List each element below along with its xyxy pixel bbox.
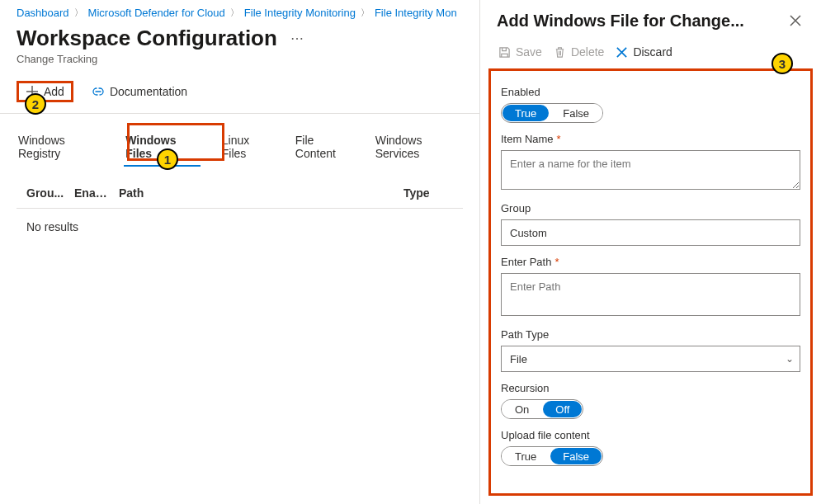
recursion-off[interactable]: Off (543, 401, 582, 417)
discard-button[interactable]: Discard (616, 45, 672, 59)
col-path[interactable]: Path (119, 186, 395, 200)
tab-file-content[interactable]: File Content (294, 129, 354, 168)
path-type-select[interactable] (501, 346, 800, 372)
command-bar: Add Documentation (17, 80, 463, 103)
label-upload-file: Upload file content (501, 429, 800, 441)
group-input[interactable] (501, 219, 800, 246)
save-label: Save (516, 45, 542, 59)
tab-windows-registry[interactable]: Windows Registry (17, 129, 104, 168)
panel-toolbar: Save Delete Discard (480, 37, 821, 68)
tab-linux-files[interactable]: Linux Files (220, 129, 274, 168)
side-panel: Add Windows File for Change... Save Dele… (479, 0, 821, 504)
discard-icon (616, 46, 628, 59)
breadcrumb-item[interactable]: Dashboard (17, 7, 69, 19)
enabled-false[interactable]: False (550, 104, 602, 122)
panel-title: Add Windows File for Change... (497, 12, 744, 31)
annotation-callout-2: 2 (25, 93, 46, 115)
recursion-toggle[interactable]: On Off (501, 399, 583, 419)
panel-form: Enabled True False Item Name * Group Ent… (488, 68, 813, 496)
enabled-true[interactable]: True (503, 105, 549, 121)
upload-false[interactable]: False (550, 448, 602, 464)
close-button[interactable] (786, 12, 804, 32)
delete-button[interactable]: Delete (554, 45, 604, 59)
chevron-right-icon: 〉 (230, 7, 239, 19)
page-subtitle: Change Tracking (17, 53, 463, 65)
discard-label: Discard (633, 45, 672, 59)
item-name-input[interactable] (501, 150, 800, 190)
required-icon: * (557, 133, 561, 145)
col-group[interactable]: Grou... (26, 186, 66, 200)
trash-icon (554, 46, 566, 59)
enter-path-input[interactable] (501, 273, 800, 316)
chevron-right-icon: 〉 (74, 7, 83, 19)
label-item-name: Item Name * (501, 133, 800, 145)
add-button-label: Add (44, 85, 64, 98)
delete-label: Delete (571, 45, 604, 59)
recursion-on[interactable]: On (502, 400, 542, 418)
chevron-right-icon: 〉 (361, 7, 370, 19)
documentation-link[interactable]: Documentation (85, 80, 194, 103)
breadcrumb-item[interactable]: File Integrity Mon (375, 7, 457, 19)
page-title: Workspace Configuration (17, 26, 277, 51)
label-path-type: Path Type (501, 328, 800, 341)
tab-windows-services[interactable]: Windows Services (374, 129, 463, 168)
tabs: Windows Registry Windows Files Linux Fil… (17, 129, 463, 168)
table-header: Grou... Enab... Path Type (17, 178, 463, 209)
documentation-link-label: Documentation (110, 85, 187, 98)
link-icon (92, 85, 105, 98)
main-pane: Dashboard 〉 Microsoft Defender for Cloud… (0, 0, 479, 504)
save-icon (498, 46, 511, 59)
label-group: Group (501, 202, 800, 214)
required-icon: * (554, 256, 559, 268)
close-icon (790, 15, 801, 26)
col-type[interactable]: Type (403, 186, 453, 200)
upload-toggle[interactable]: True False (501, 446, 603, 466)
more-menu-button[interactable]: ⋯ (287, 31, 307, 46)
breadcrumb: Dashboard 〉 Microsoft Defender for Cloud… (17, 7, 463, 19)
upload-true[interactable]: True (502, 447, 550, 465)
breadcrumb-item[interactable]: File Integrity Monitoring (244, 7, 356, 19)
label-enter-path: Enter Path * (501, 256, 800, 268)
table-empty-message: No results (17, 209, 463, 245)
col-enable[interactable]: Enab... (74, 186, 111, 200)
label-recursion: Recursion (501, 382, 800, 394)
enabled-toggle[interactable]: True False (501, 103, 603, 123)
annotation-callout-3: 3 (771, 53, 793, 74)
save-button[interactable]: Save (498, 45, 542, 59)
label-enabled: Enabled (501, 86, 800, 98)
breadcrumb-item[interactable]: Microsoft Defender for Cloud (88, 7, 225, 19)
divider (0, 113, 479, 114)
annotation-callout-1: 1 (157, 148, 178, 170)
